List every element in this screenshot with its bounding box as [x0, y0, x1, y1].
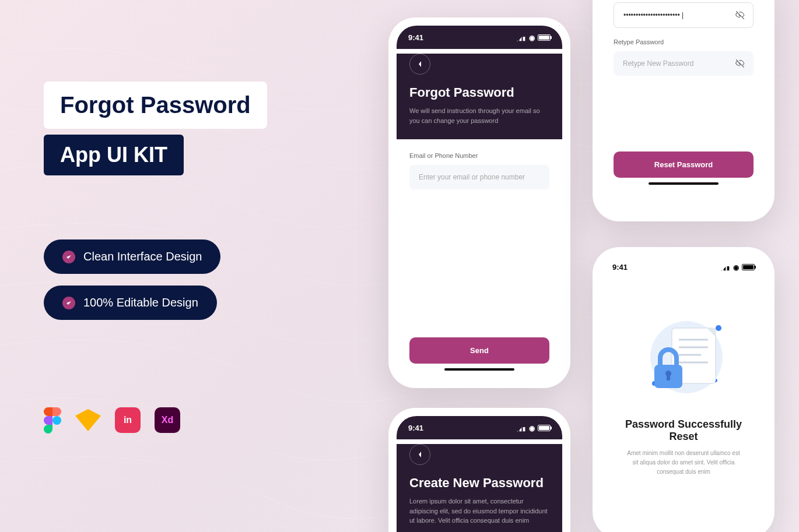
- screen-title: Forgot Password: [409, 85, 549, 100]
- feature-pill-1: Clean Interface Design: [44, 239, 220, 274]
- battery-icon: [538, 34, 551, 41]
- svg-point-1: [716, 325, 721, 331]
- title-box-1: Forgot Password: [44, 82, 267, 129]
- check-icon: [62, 251, 75, 263]
- figma-icon: [44, 407, 61, 433]
- tool-icons-row: in Xd: [44, 407, 347, 433]
- battery-icon: [538, 425, 551, 431]
- status-time: 9:41: [408, 424, 423, 432]
- notch: [640, 255, 727, 272]
- check-icon: [62, 297, 75, 309]
- wifi-icon: [733, 263, 739, 272]
- phone-reset-password: New Password Retype Password Reset Passw…: [593, 0, 775, 221]
- status-time: 9:41: [408, 33, 423, 42]
- success-title: Password Successfully Reset: [618, 418, 749, 443]
- home-indicator: [444, 368, 514, 371]
- screen-title: Create New Password: [409, 475, 549, 491]
- reset-password-button[interactable]: Reset Password: [614, 152, 754, 178]
- title-box-2: App UI KIT: [44, 135, 184, 175]
- eye-off-icon[interactable]: [735, 58, 745, 69]
- invision-icon: in: [115, 407, 141, 433]
- feature-text-1: Clean Interface Design: [83, 250, 202, 263]
- lock-document-illustration: [637, 313, 730, 401]
- back-button[interactable]: [409, 444, 430, 465]
- notch: [436, 416, 523, 432]
- status-time: 9:41: [612, 263, 628, 272]
- screen-subtitle: We will send instruction through your em…: [409, 106, 549, 125]
- promo-panel: Forgot Password App UI KIT Clean Interfa…: [44, 82, 347, 433]
- feature-text-2: 100% Editable Design: [83, 296, 198, 309]
- phone-success: 9:41 Password Successfully Reset Amet mi…: [593, 247, 775, 532]
- sketch-icon: [75, 409, 101, 431]
- screen-subtitle: Lorem ipsum dolor sit amet, consectetur …: [409, 496, 549, 526]
- retype-password-label: Retype Password: [614, 38, 754, 45]
- promo-title-1: Forgot Password: [60, 92, 251, 118]
- phone-forgot-password: 9:41 Forgot Password We will send instru…: [388, 17, 570, 388]
- back-button[interactable]: [409, 54, 430, 75]
- new-password-input[interactable]: [614, 2, 754, 28]
- battery-icon: [742, 264, 755, 270]
- email-input[interactable]: [409, 165, 549, 189]
- send-button[interactable]: Send: [409, 337, 549, 364]
- retype-password-input[interactable]: [614, 51, 754, 76]
- feature-pill-2: 100% Editable Design: [44, 286, 217, 320]
- email-field-label: Email or Phone Number: [409, 152, 549, 159]
- wifi-icon: [529, 33, 535, 42]
- phone-create-password: 9:41 Create New Password Lorem ipsum dol…: [388, 408, 570, 532]
- promo-title-2: App UI KIT: [60, 143, 167, 167]
- home-indicator: [649, 182, 719, 185]
- xd-icon: Xd: [155, 407, 180, 433]
- svg-rect-11: [667, 375, 670, 380]
- eye-off-icon[interactable]: [735, 10, 745, 20]
- notch: [436, 26, 523, 42]
- success-subtitle: Amet minim mollit non deserunt ullamco e…: [618, 449, 749, 477]
- wifi-icon: [529, 424, 535, 432]
